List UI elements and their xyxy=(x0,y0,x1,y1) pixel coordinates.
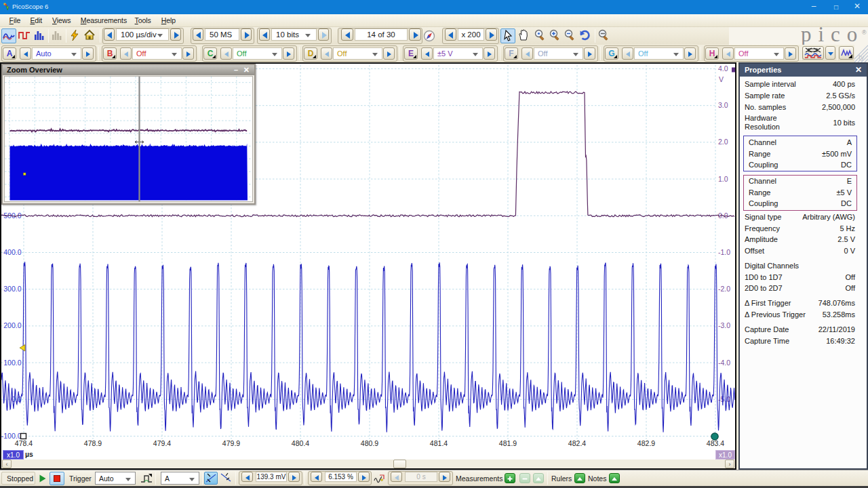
svg-text:3.0: 3.0 xyxy=(718,101,728,109)
svg-text:-4.0: -4.0 xyxy=(718,359,730,367)
svg-text:100.0: 100.0 xyxy=(3,359,21,367)
svg-text:480.4: 480.4 xyxy=(292,439,309,447)
svg-text:479.4: 479.4 xyxy=(153,439,171,447)
svg-text:-2.0: -2.0 xyxy=(718,285,730,293)
svg-text:200.0: 200.0 xyxy=(3,321,21,329)
svg-text:480.9: 480.9 xyxy=(361,439,378,447)
svg-text:482.9: 482.9 xyxy=(637,439,655,447)
svg-text:481.4: 481.4 xyxy=(430,439,448,447)
svg-text:-1.0: -1.0 xyxy=(718,248,730,256)
svg-text:-3.0: -3.0 xyxy=(718,321,730,329)
svg-text:4.0: 4.0 xyxy=(718,64,728,73)
svg-text:300.0: 300.0 xyxy=(3,285,21,293)
svg-text:479.9: 479.9 xyxy=(222,439,240,447)
svg-text:400.0: 400.0 xyxy=(3,248,21,256)
svg-text:V: V xyxy=(719,75,724,83)
svg-text:1.0: 1.0 xyxy=(718,175,728,183)
svg-text:478.4: 478.4 xyxy=(15,439,33,447)
svg-text:2.0: 2.0 xyxy=(718,138,728,146)
svg-text:481.9: 481.9 xyxy=(499,439,517,447)
svg-text:482.4: 482.4 xyxy=(568,439,586,447)
svg-text:483.4: 483.4 xyxy=(707,439,724,447)
svg-text:478.9: 478.9 xyxy=(84,439,102,447)
